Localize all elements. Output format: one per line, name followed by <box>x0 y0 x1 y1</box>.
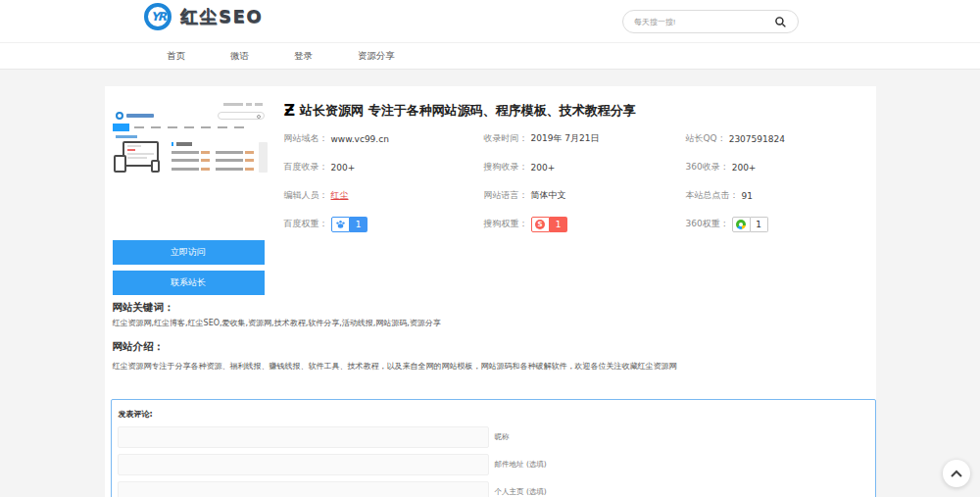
keywords-heading: 网站关键词： <box>113 301 871 314</box>
thumb-article-list <box>172 142 255 175</box>
intro-text: 红尘资源网专注于分享各种资源、福利线报、赚钱线报、软件工具、技术教程，以及来自全… <box>113 362 871 372</box>
editor-link[interactable]: 红尘 <box>331 189 349 202</box>
field-included-date: 收录时间：2019年 7月21日 <box>484 124 686 153</box>
comment-heading: 发表评论: <box>119 409 869 420</box>
thumb-sidebar <box>259 142 268 173</box>
logo[interactable]: YR 红尘SEO <box>144 3 263 30</box>
field-sogou-index: 搜狗收录：200+ <box>484 153 686 181</box>
search-icon[interactable] <box>774 16 787 28</box>
thumb-device-image <box>114 141 163 173</box>
comment-row-homepage: 个人主页 (选填) <box>118 481 869 497</box>
thumb-topbar <box>223 103 263 106</box>
logo-text: 红尘SEO <box>180 5 263 28</box>
field-domain: 网站域名：www.vc99.cn <box>284 124 484 153</box>
chevron-up-icon <box>951 470 962 477</box>
site-favicon-icon: Ƶ <box>284 103 296 119</box>
nav-item-weiyu[interactable]: 微语 <box>230 50 249 63</box>
main-nav: 首页 微语 登录 资源分享 <box>0 43 980 70</box>
field-360-weight: 360权重： 1 <box>686 210 871 238</box>
nav-item-login[interactable]: 登录 <box>294 50 313 63</box>
main-content: Ƶ 站长资源网 专注于各种网站源码、程序模板、技术教程分享 网站域名：www.v… <box>0 70 980 497</box>
nav-item-resources[interactable]: 资源分享 <box>358 50 395 63</box>
field-webmaster-qq: 站长QQ：2307591824 <box>686 124 871 153</box>
site-fields-grid: 网站域名：www.vc99.cn 收录时间：2019年 7月21日 站长QQ：2… <box>284 124 871 238</box>
field-editor: 编辑人员：红尘 <box>284 181 484 210</box>
thumb-search <box>218 112 265 120</box>
site-title: Ƶ 站长资源网 专注于各种网站源码、程序模板、技术教程分享 <box>284 103 871 119</box>
intro-heading: 网站介绍： <box>113 340 871 353</box>
sogou-weight-badge: S 1 <box>531 217 567 232</box>
site-header: YR 红尘SEO <box>0 0 980 43</box>
homepage-label: 个人主页 (选填) <box>495 487 547 497</box>
site-info: Ƶ 站长资源网 专注于各种网站源码、程序模板、技术教程分享 网站域名：www.v… <box>284 103 871 238</box>
thumb-logo <box>116 112 154 120</box>
email-label: 邮件地址 (选填) <box>495 460 547 470</box>
baidu-weight-badge: 1 <box>331 217 368 232</box>
logo-yr-icon: YR <box>144 3 172 30</box>
thumb-subtitle <box>116 135 137 138</box>
nickname-input[interactable] <box>118 426 489 448</box>
field-total-clicks: 本站总点击：91 <box>686 181 871 210</box>
field-baidu-weight: 百度权重： 1 <box>284 210 484 238</box>
keywords-text: 红尘资源网,红尘博客,红尘SEO,爱收集,资源网,技术教程,软件分享,活动线报,… <box>113 319 871 328</box>
comment-row-nickname: 昵称 <box>118 426 869 448</box>
back-to-top-button[interactable] <box>943 460 970 487</box>
email-input[interactable] <box>118 454 489 475</box>
nav-item-home[interactable]: 首页 <box>167 50 185 63</box>
comment-form: 发表评论: 昵称 邮件地址 (选填) 个人主页 (选填) <box>111 399 876 497</box>
baidu-paw-icon <box>331 217 350 232</box>
site-detail-card: Ƶ 站长资源网 专注于各种网站源码、程序模板、技术教程分享 网站域名：www.v… <box>105 86 876 497</box>
homepage-input[interactable] <box>118 481 489 497</box>
search-input[interactable] <box>634 18 774 26</box>
sogou-s-icon: S <box>531 217 550 232</box>
field-360-index: 360收录：200+ <box>686 153 871 181</box>
field-language: 网站语言：简体中文 <box>484 181 686 210</box>
visit-site-button[interactable]: 立即访问 <box>113 240 265 265</box>
comment-row-email: 邮件地址 (选填) <box>118 454 869 475</box>
search-bar <box>622 10 799 33</box>
site-screenshot-thumbnail[interactable] <box>112 98 269 211</box>
360-ring-icon <box>732 217 751 232</box>
field-baidu-index: 百度收录：200+ <box>284 153 484 181</box>
nickname-label: 昵称 <box>495 432 510 442</box>
360-weight-badge: 1 <box>732 217 768 232</box>
field-sogou-weight: 搜狗权重： S 1 <box>484 210 686 238</box>
contact-webmaster-button[interactable]: 联系站长 <box>113 271 265 295</box>
thumb-nav <box>113 124 268 131</box>
